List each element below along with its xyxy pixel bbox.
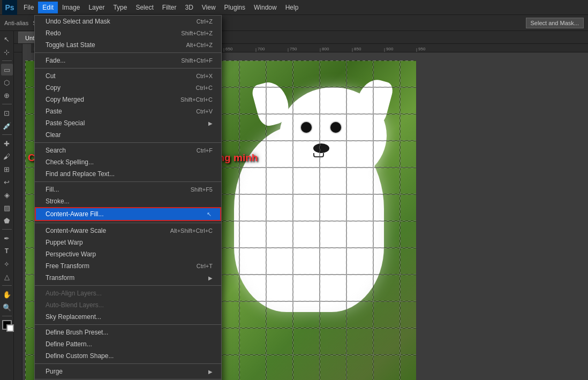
menu-item-paste[interactable]: Paste Ctrl+V: [35, 105, 221, 117]
menu-item-sky-replace[interactable]: Sky Replacement...: [35, 311, 221, 323]
tool-path-select[interactable]: ⟡: [1, 258, 13, 270]
foreground-color[interactable]: [2, 320, 12, 330]
tool-lasso[interactable]: ⬡: [1, 77, 13, 88]
menu-item-search-shortcut: Ctrl+F: [197, 147, 213, 154]
menu-item-purge[interactable]: Purge ▶: [35, 366, 221, 377]
menu-item-fade-label: Fade...: [46, 57, 170, 64]
tool-type[interactable]: T: [1, 245, 13, 257]
menu-item-find-replace[interactable]: Find and Replace Text...: [35, 168, 221, 180]
menu-item-stroke[interactable]: Stroke...: [35, 195, 221, 207]
menu-item-define-pattern[interactable]: Define Pattern...: [35, 338, 221, 350]
menu-help[interactable]: Help: [281, 2, 303, 13]
menu-divider-2: [35, 68, 221, 69]
svg-text:800: 800: [322, 47, 329, 51]
menu-bar: Ps File Edit Image Layer Type Select Fil…: [0, 0, 588, 15]
purge-arrow: ▶: [208, 369, 213, 375]
menu-layer[interactable]: Layer: [84, 2, 109, 13]
menu-file[interactable]: File: [19, 2, 38, 13]
menu-item-auto-align[interactable]: Auto-Align Layers...: [35, 287, 221, 299]
menu-item-undo-shortcut: Ctrl+Z: [197, 18, 213, 25]
menu-item-paste-label: Paste: [46, 108, 185, 115]
tool-stamp[interactable]: ⊞: [1, 163, 13, 175]
menu-item-cut-label: Cut: [46, 72, 185, 80]
menu-filter[interactable]: Filter: [158, 2, 181, 13]
menu-item-toggle-shortcut: Alt+Ctrl+Z: [186, 42, 213, 48]
menu-item-cut[interactable]: Cut Ctrl+X: [35, 70, 221, 82]
menu-item-define-shape[interactable]: Define Custom Shape...: [35, 350, 221, 362]
svg-text:750: 750: [290, 47, 297, 51]
menu-item-fade[interactable]: Fade... Shift+Ctrl+F: [35, 55, 221, 66]
svg-rect-26: [14, 52, 22, 380]
menu-item-copy-shortcut: Ctrl+C: [196, 85, 213, 91]
menu-item-fill-shortcut: Shift+F5: [191, 186, 213, 193]
tool-divider-6: [2, 316, 12, 316]
tool-zoom[interactable]: 🔍: [1, 301, 13, 313]
menu-item-fill[interactable]: Fill... Shift+F5: [35, 184, 221, 195]
menu-item-search[interactable]: Search Ctrl+F: [35, 145, 221, 156]
menu-item-undo[interactable]: Undo Select and Mask Ctrl+Z: [35, 16, 221, 27]
menu-view[interactable]: View: [198, 2, 220, 13]
tool-hand[interactable]: ✋: [1, 288, 13, 300]
tool-pen[interactable]: ✒: [1, 232, 13, 244]
menu-item-spell[interactable]: Check Spelling...: [35, 156, 221, 168]
tool-quick-select[interactable]: ⊕: [1, 89, 13, 101]
menu-item-paste-special[interactable]: Paste Special ▶: [35, 117, 221, 129]
menu-item-define-brush-label: Define Brush Preset...: [46, 329, 213, 336]
menu-item-cut-shortcut: Ctrl+X: [196, 73, 213, 79]
menu-item-free-transform[interactable]: Free Transform Ctrl+T: [35, 260, 221, 272]
menu-edit[interactable]: Edit: [38, 2, 58, 13]
tool-healing[interactable]: ✚: [1, 138, 13, 149]
menu-item-copy-label: Copy: [46, 84, 185, 92]
toolbox: ↖ ⊹ ▭ ⬡ ⊕ ⊡ 💉 ✚ 🖌 ⊞ ↩ ◈ ▨ ⬟ ✒ T ⟡ △ ✋ 🔍: [0, 31, 14, 380]
tool-move[interactable]: ↖: [1, 33, 13, 45]
menu-item-stroke-label: Stroke...: [46, 197, 213, 205]
menu-item-ca-scale[interactable]: Content-Aware Scale Alt+Shift+Ctrl+C: [35, 225, 221, 237]
menu-item-search-label: Search: [46, 147, 186, 154]
tool-eraser[interactable]: ◈: [1, 189, 13, 201]
tool-brush[interactable]: 🖌: [1, 150, 13, 162]
tool-divider-4: [2, 229, 12, 230]
menu-image[interactable]: Image: [58, 2, 84, 13]
select-mask-button[interactable]: Select and Mask...: [526, 18, 584, 28]
menu-item-toggle[interactable]: Toggle Last State Alt+Ctrl+Z: [35, 39, 221, 51]
menu-select[interactable]: Select: [131, 2, 157, 13]
menu-item-auto-blend-label: Auto-Blend Layers...: [46, 301, 213, 309]
tool-shape[interactable]: △: [1, 271, 13, 283]
tool-marquee[interactable]: ▭: [1, 64, 13, 75]
menu-item-copy[interactable]: Copy Ctrl+C: [35, 82, 221, 94]
tool-dodge[interactable]: ⬟: [1, 215, 13, 226]
menu-plugins[interactable]: Plugins: [220, 2, 250, 13]
svg-text:700: 700: [258, 47, 265, 51]
menu-divider-6: [35, 285, 221, 286]
tool-eyedropper[interactable]: 💉: [1, 120, 13, 132]
menu-window[interactable]: Window: [250, 2, 281, 13]
menu-item-free-transform-label: Free Transform: [46, 262, 186, 270]
background-color[interactable]: [6, 324, 14, 332]
menu-item-transform[interactable]: Transform ▶: [35, 272, 221, 284]
tool-history[interactable]: ↩: [1, 176, 13, 188]
menu-3d[interactable]: 3D: [180, 2, 197, 13]
menu-divider-8: [35, 363, 221, 364]
menu-item-find-replace-label: Find and Replace Text...: [46, 170, 213, 178]
menu-item-define-brush[interactable]: Define Brush Preset...: [35, 326, 221, 338]
menu-item-auto-blend[interactable]: Auto-Blend Layers...: [35, 299, 221, 311]
menu-divider-3: [35, 142, 221, 143]
menu-item-redo[interactable]: Redo Shift+Ctrl+Z: [35, 27, 221, 39]
menu-item-content-aware-fill[interactable]: Content-Aware Fill... ↖: [35, 207, 221, 221]
menu-item-puppet-warp[interactable]: Puppet Warp: [35, 237, 221, 248]
menu-item-copy-merged[interactable]: Copy Merged Shift+Ctrl+C: [35, 94, 221, 105]
tool-gradient[interactable]: ▨: [1, 202, 13, 214]
paste-special-arrow: ▶: [208, 120, 213, 126]
ruler-vertical: [14, 52, 22, 380]
anti-alias-label: Anti-alias: [4, 20, 28, 26]
tool-artboard[interactable]: ⊹: [1, 46, 13, 58]
menu-item-free-transform-shortcut: Ctrl+T: [197, 263, 213, 269]
tool-crop[interactable]: ⊡: [1, 107, 13, 119]
menu-item-ca-scale-shortcut: Alt+Shift+Ctrl+C: [170, 227, 213, 234]
menu-type[interactable]: Type: [109, 2, 131, 13]
menu-item-clear[interactable]: Clear: [35, 129, 221, 141]
menu-item-define-pattern-label: Define Pattern...: [46, 340, 213, 348]
menu-item-copy-merged-label: Copy Merged: [46, 96, 170, 103]
menu-item-perspective-warp[interactable]: Perspective Warp: [35, 248, 221, 260]
menu-item-purge-label: Purge: [46, 368, 208, 375]
